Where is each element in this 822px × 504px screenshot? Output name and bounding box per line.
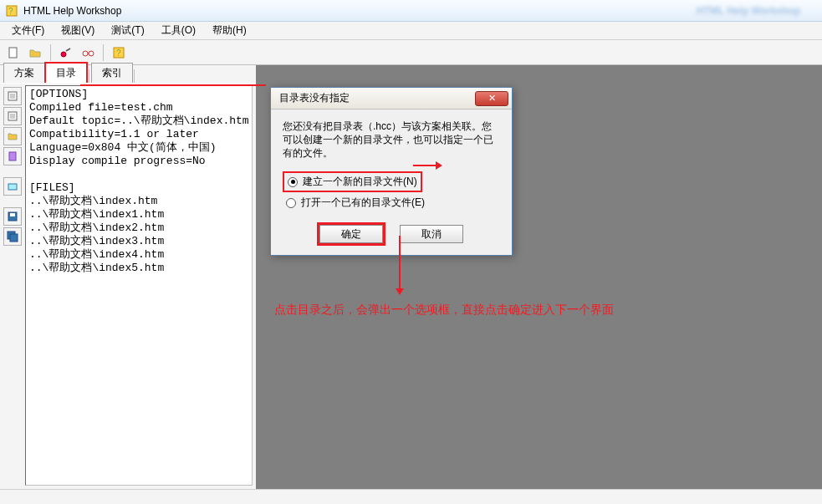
svg-rect-11 (8, 184, 17, 190)
menubar: 文件(F) 视图(V) 测试(T) 工具(O) 帮助(H) (0, 22, 822, 40)
dialog-message: 您还没有把目录表（.hcc）与该方案相关联。您可以创建一个新的目录文件，也可以指… (283, 120, 500, 160)
ok-button[interactable]: 确定 (319, 225, 383, 243)
side-book-button[interactable] (3, 147, 22, 165)
dialog-contents-not-specified: 目录表没有指定 ✕ 您还没有把目录表（.hcc）与该方案相关联。您可以创建一个新… (270, 87, 513, 256)
app-title: HTML Help Workshop (23, 5, 121, 17)
menu-file[interactable]: 文件(F) (5, 22, 51, 39)
glasses-button[interactable] (78, 43, 98, 63)
side-properties-button[interactable] (3, 87, 22, 105)
new-button[interactable] (3, 43, 23, 63)
svg-rect-10 (9, 152, 16, 160)
titlebar: ? HTML Help Workshop HTML Help Workshop (0, 0, 822, 22)
app-icon: ? (5, 4, 18, 18)
tab-contents[interactable]: 目录 (44, 62, 88, 83)
radio-new-label: 建立一个新的目录文件(N) (303, 175, 417, 189)
radio-open-label: 打开一个已有的目录文件(E) (301, 196, 425, 210)
file-list[interactable]: [OPTIONS] Compiled file=test.chm Default… (25, 85, 253, 486)
dialog-title-bar: 目录表没有指定 ✕ (271, 88, 512, 109)
tabs: 方案 目录 索引 (0, 65, 256, 84)
svg-text:?: ? (116, 48, 121, 58)
annotation-arrow (399, 236, 401, 293)
radio-icon (288, 177, 298, 187)
statusbar (0, 489, 822, 504)
svg-rect-15 (10, 234, 18, 242)
radio-icon (286, 198, 296, 208)
annotation-text: 点击目录之后，会弹出一个选项框，直接点击确定进入下一个界面 (274, 303, 614, 318)
separator (50, 44, 51, 61)
tab-index[interactable]: 索引 (91, 63, 133, 83)
side-view-button[interactable] (3, 177, 22, 196)
menu-test[interactable]: 测试(T) (105, 22, 151, 39)
side-icons (0, 84, 25, 489)
svg-point-3 (61, 52, 66, 57)
side-saveall-button[interactable] (3, 227, 22, 246)
open-button[interactable] (25, 43, 45, 63)
side-add-button[interactable] (3, 107, 22, 125)
menu-view[interactable]: 视图(V) (54, 22, 101, 39)
cancel-button[interactable]: 取消 (400, 225, 463, 243)
help-button[interactable]: ? (109, 43, 129, 63)
compile-button[interactable] (56, 43, 76, 63)
svg-point-5 (89, 51, 94, 56)
annotation-arrow (80, 84, 266, 86)
tab-plan[interactable]: 方案 (3, 63, 45, 83)
svg-rect-2 (9, 48, 17, 58)
toolbar: ? (0, 40, 822, 65)
svg-rect-13 (10, 213, 15, 216)
side-folder-button[interactable] (3, 127, 22, 145)
menu-help[interactable]: 帮助(H) (206, 22, 253, 39)
tab-divider (89, 69, 89, 83)
radio-open-file[interactable]: 打开一个已有的目录文件(E) (283, 194, 500, 211)
radio-new-file[interactable]: 建立一个新的目录文件(N) (283, 171, 422, 192)
dialog-title: 目录表没有指定 (279, 91, 350, 105)
tab-divider (134, 69, 135, 83)
separator (103, 44, 104, 61)
menu-tools[interactable]: 工具(O) (155, 22, 202, 39)
svg-point-4 (83, 51, 88, 56)
titlebar-right-blur: HTML Help Workshop (697, 5, 817, 17)
left-pane: 方案 目录 索引 [OPTIONS] Compiled file=test.ch… (0, 65, 258, 489)
side-save-button[interactable] (3, 207, 22, 226)
svg-text:?: ? (8, 7, 13, 16)
annotation-arrow (413, 165, 440, 166)
close-icon[interactable]: ✕ (475, 91, 508, 106)
